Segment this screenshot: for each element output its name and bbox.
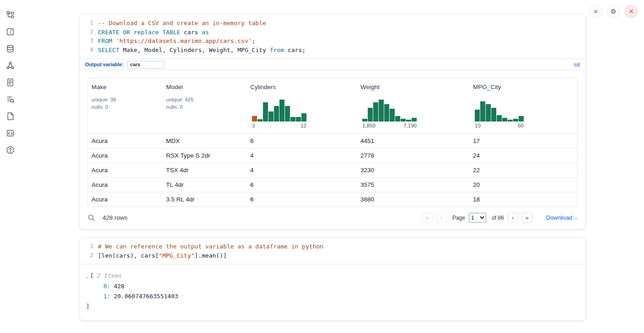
tree-root-line: ⌄ [ 2 Items: [86, 271, 578, 281]
table-cell: Acura: [88, 134, 162, 148]
tree-entry: 0:428: [86, 281, 578, 291]
mpg-city-histogram: 10 60: [475, 100, 524, 128]
column-stat-nulls: nulls: 0: [91, 103, 159, 111]
histogram-bar: [491, 108, 496, 122]
histogram-bar: [274, 106, 279, 122]
line-number: 2⌄: [80, 28, 93, 37]
histogram-bar: [412, 118, 417, 122]
table-cell: TL 4dr: [162, 178, 247, 192]
table-cell: Acura: [88, 178, 162, 192]
table-row: Acura3.5 RL 4dr6388018: [88, 192, 577, 206]
histogram-axis: 3 12: [252, 123, 306, 128]
shutdown-close-icon[interactable]: ✕: [625, 5, 638, 18]
chevron-down-icon: ⌄: [574, 216, 578, 220]
histogram-bar: [252, 116, 257, 122]
histogram-bar: [384, 104, 389, 122]
python-cell: 1# We can reference the output variable …: [79, 237, 586, 321]
close-bracket: ]: [86, 301, 578, 312]
top-right-controls: ≡ ⚙ ✕: [589, 5, 638, 18]
column-name: Weight: [360, 84, 466, 90]
line-number: 2: [80, 251, 93, 260]
histogram-bar: [258, 119, 263, 122]
notebook-main: 1-- Download a CSV and create an in-memo…: [79, 14, 586, 321]
column-header-mpg-city: MPG_City 10 60: [469, 78, 577, 133]
code-line: 1# We can reference the output variable …: [80, 242, 585, 251]
table-cell: TSX 4dr: [162, 163, 247, 177]
table-row: AcuraMDX6445117: [88, 134, 577, 148]
python-output-tree: ⌄ [ 2 Items 0:428 1:20.060747663551403 ]: [80, 264, 585, 321]
column-header-cylinders: Cylinders 3 12: [247, 78, 357, 133]
entry-key: 1:: [103, 293, 111, 300]
file-explorer-icon[interactable]: [5, 10, 15, 19]
table-cell: 6: [247, 192, 357, 206]
table-cell: 22: [469, 163, 577, 177]
axis-max: 12: [301, 123, 306, 128]
language-badge: sql: [574, 62, 580, 67]
entry-value: 428: [114, 283, 124, 290]
dependency-graph-icon[interactable]: [5, 61, 15, 70]
weight-histogram: 1,850 7,190: [362, 100, 417, 128]
download-button[interactable]: Download ⌄: [546, 214, 578, 221]
next-page-button[interactable]: ›: [508, 212, 518, 223]
histogram-bars: [252, 100, 306, 122]
help-icon[interactable]: [5, 145, 15, 154]
histogram-bar: [513, 119, 518, 122]
page-total-label: of 86: [492, 215, 504, 221]
datasources-icon[interactable]: [5, 44, 15, 53]
line-number: 4: [80, 46, 93, 55]
table-header: Make unique: 38 nulls: 0 Model unique: 4…: [88, 78, 577, 134]
histogram-bar: [301, 113, 306, 122]
sql-code-editor[interactable]: 1-- Download a CSV and create an in-memo…: [80, 14, 585, 58]
histogram-bar: [519, 116, 524, 122]
search-icon[interactable]: [87, 214, 95, 222]
menu-icon[interactable]: ≡: [589, 5, 602, 18]
column-stats: unique: 425 nulls: 0: [166, 96, 243, 111]
table-cell: 3230: [357, 163, 469, 177]
table-cell: 2778: [357, 148, 469, 163]
table-cell: 4: [247, 163, 357, 177]
column-name: Model: [166, 84, 243, 90]
outline-icon[interactable]: [5, 78, 15, 87]
python-code-editor[interactable]: 1# We can reference the output variable …: [80, 238, 585, 264]
code-line: 4SELECT Make, Model, Cylinders, Weight, …: [80, 46, 585, 55]
histogram-bars: [362, 100, 417, 122]
column-name: Make: [91, 84, 159, 90]
table-cell: 17: [469, 134, 577, 148]
collapse-chevron-icon[interactable]: ⌄: [86, 271, 89, 281]
table-cell: Acura: [88, 148, 162, 163]
sql-cell: 1-- Download a CSV and create an in-memo…: [79, 14, 586, 230]
scratchpad-icon[interactable]: f: [5, 27, 15, 36]
last-page-button[interactable]: »: [522, 212, 532, 223]
cylinders-histogram: 3 12: [252, 100, 306, 128]
histogram-bar: [373, 102, 378, 122]
svg-text:f: f: [9, 29, 12, 34]
output-variable-input[interactable]: [127, 61, 165, 69]
download-label: Download: [546, 214, 573, 221]
settings-gear-icon[interactable]: ⚙: [607, 5, 620, 18]
documentation-icon[interactable]: [5, 111, 15, 121]
table-cell: 6: [247, 178, 357, 192]
logs-icon[interactable]: [5, 95, 15, 104]
code-line: 2[len(cars), cars["MPG_City"].mean()]: [80, 251, 585, 260]
line-number: 3: [80, 37, 93, 46]
table-cell: 3880: [357, 192, 469, 206]
line-number: 1: [80, 242, 93, 251]
histogram-bar: [263, 102, 268, 122]
line-number: 1: [80, 19, 93, 28]
first-page-button[interactable]: «: [422, 212, 433, 223]
table-cell: 3.5 RL 4dr: [162, 192, 247, 206]
table-cell: 3575: [357, 178, 469, 192]
histogram-bar: [406, 120, 411, 122]
prev-page-button[interactable]: ‹: [436, 212, 447, 223]
code-line: 2⌄CREATE OR replace TABLE cars as: [80, 28, 585, 37]
row-count: 428 rows: [102, 214, 128, 221]
page-select[interactable]: 1: [469, 213, 486, 222]
histogram-bar: [401, 119, 406, 122]
histogram-bar: [268, 111, 274, 122]
items-count-label: 2 Items: [97, 271, 122, 281]
fold-chevron-icon[interactable]: ⌄: [94, 29, 97, 38]
open-bracket: [: [90, 271, 94, 281]
table-cell: Acura: [88, 192, 162, 206]
snippets-icon[interactable]: [5, 128, 15, 137]
column-stat-unique: unique: 38: [91, 96, 159, 103]
